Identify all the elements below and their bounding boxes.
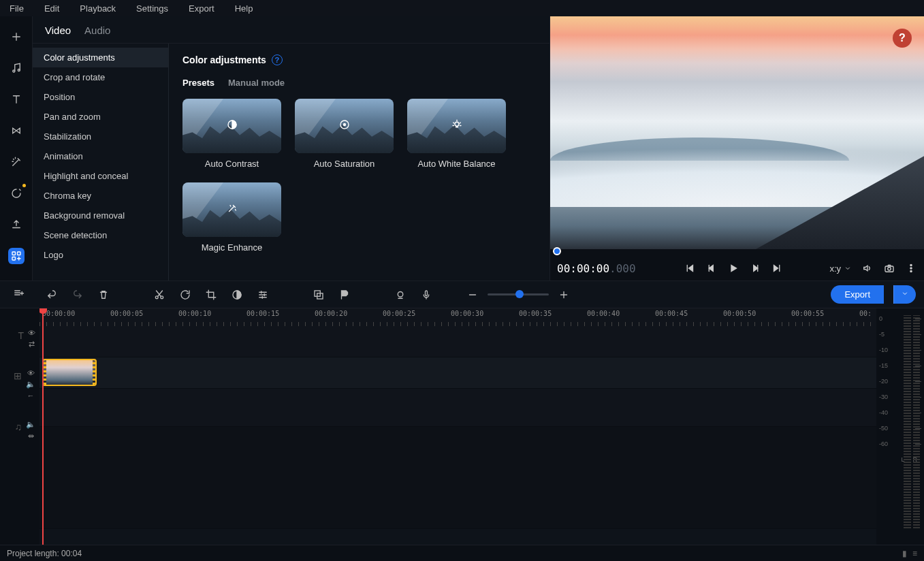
back-icon[interactable]: ← [27, 391, 35, 400]
sidebar-item-scene-detection[interactable]: Scene detection [33, 225, 168, 245]
menu-help[interactable]: Help [231, 2, 257, 15]
video-track[interactable] [39, 357, 876, 389]
panel-tabs: Video Audio [33, 16, 549, 44]
redo-icon[interactable] [69, 287, 86, 303]
next-frame-icon[interactable] [749, 262, 761, 274]
preset-label: Magic Enhance [202, 242, 263, 253]
sidebar-item-pan-zoom[interactable]: Pan and zoom [33, 107, 168, 127]
text-track-icon: T [18, 329, 24, 341]
video-clip[interactable] [42, 359, 97, 386]
cut-icon[interactable] [151, 287, 168, 303]
color-icon[interactable] [229, 287, 245, 303]
volume-icon[interactable] [861, 262, 874, 274]
undo-icon[interactable] [44, 287, 60, 303]
rotate-icon[interactable] [177, 287, 193, 303]
zoom-out-icon[interactable] [464, 287, 481, 303]
menu-file[interactable]: File [5, 2, 28, 15]
play-icon[interactable] [727, 262, 739, 274]
text-track[interactable] [39, 326, 876, 357]
unlink-icon[interactable]: ⇹ [28, 432, 34, 440]
magic-wand-icon[interactable] [8, 154, 25, 170]
export-icon[interactable] [8, 217, 25, 233]
sticker-icon[interactable] [8, 185, 25, 202]
menu-playback[interactable]: Playback [76, 2, 120, 15]
sidebar-item-logo[interactable]: Logo [33, 245, 168, 265]
transition-icon[interactable] [8, 123, 25, 139]
add-icon[interactable] [8, 29, 25, 45]
sidebar-item-chroma-key[interactable]: Chroma key [33, 186, 168, 206]
add-track-icon[interactable] [12, 287, 25, 301]
meter-label: -50 [879, 425, 888, 432]
sidebar-item-color-adjustments[interactable]: Color adjustments [33, 48, 168, 67]
preset-label: Auto Contrast [205, 159, 259, 169]
eye-icon[interactable]: 👁 [28, 329, 35, 337]
sound-icon[interactable]: 🔈 [26, 380, 35, 389]
delete-icon[interactable] [95, 287, 112, 303]
subtab-manual[interactable]: Manual mode [228, 78, 285, 88]
svg-point-1 [18, 69, 20, 71]
text-icon[interactable] [8, 91, 25, 108]
empty-track-area[interactable] [39, 427, 876, 529]
snapshot-icon[interactable] [883, 262, 895, 274]
marker-icon[interactable] [336, 287, 353, 303]
timeline-tracks[interactable]: 00:00:00 00:00:05 00:00:10 00:00:15 00:0… [39, 308, 876, 545]
eye-icon[interactable]: 👁 [27, 369, 35, 377]
preview-progress[interactable] [550, 249, 924, 256]
menu-settings[interactable]: Settings [132, 2, 172, 15]
svg-point-0 [12, 70, 14, 72]
menu-edit[interactable]: Edit [40, 2, 63, 15]
overlay-icon[interactable] [310, 287, 327, 303]
zoom-in-icon[interactable] [556, 287, 572, 303]
zoom-slider[interactable] [488, 293, 549, 295]
export-button[interactable]: Export [831, 285, 884, 304]
preset-auto-contrast[interactable]: Auto Contrast [182, 99, 281, 169]
project-length: Project length: 00:04 [7, 549, 82, 558]
left-toolbar [0, 16, 33, 280]
sidebar-item-highlight-conceal[interactable]: Highlight and conceal [33, 166, 168, 186]
preset-label: Auto Saturation [314, 159, 375, 169]
sidebar-item-animation[interactable]: Animation [33, 146, 168, 166]
preset-magic-enhance[interactable]: Magic Enhance [182, 182, 281, 253]
tab-audio[interactable]: Audio [84, 25, 110, 36]
record-mic-icon[interactable] [418, 287, 434, 303]
link-icon[interactable]: ⇄ [29, 340, 35, 349]
export-dropdown[interactable] [893, 285, 916, 304]
playhead[interactable] [42, 308, 44, 545]
sidebar-item-position[interactable]: Position [33, 87, 168, 107]
preset-auto-saturation[interactable]: Auto Saturation [295, 99, 394, 169]
aspect-ratio-button[interactable]: x:y [829, 262, 852, 274]
timeline-ruler[interactable]: 00:00:00 00:00:05 00:00:10 00:00:15 00:0… [39, 308, 876, 326]
ruler-tick: 00:00:25 [383, 310, 415, 317]
sidebar-item-crop-rotate[interactable]: Crop and rotate [33, 67, 168, 87]
prev-frame-icon[interactable] [705, 262, 718, 274]
zoom-knob[interactable] [515, 290, 524, 298]
menu-bar: File Edit Playback Settings Export Help [0, 0, 924, 16]
crop-icon[interactable] [203, 287, 219, 303]
wand-icon [226, 202, 238, 218]
skip-end-icon[interactable] [771, 262, 783, 274]
preset-auto-white-balance[interactable]: Auto White Balance [407, 99, 506, 169]
sidebar-item-stabilization[interactable]: Stabilization [33, 127, 168, 146]
meter-label: -60 [879, 440, 888, 447]
menu-export[interactable]: Export [185, 2, 219, 15]
more-icon[interactable] [905, 262, 917, 274]
svg-point-11 [910, 264, 912, 266]
record-screen-icon[interactable] [392, 287, 409, 303]
tab-video[interactable]: Video [45, 25, 71, 36]
subtab-presets[interactable]: Presets [182, 78, 214, 88]
view-mode-2-icon[interactable]: ≡ [912, 549, 917, 558]
audio-track[interactable] [39, 389, 876, 427]
view-mode-1-icon[interactable]: ▮ [902, 549, 907, 558]
more-tools-icon[interactable] [8, 248, 25, 264]
help-button[interactable]: ? [893, 29, 912, 48]
progress-handle[interactable] [553, 247, 561, 255]
sound-icon[interactable]: 🔈 [26, 420, 35, 429]
skip-start-icon[interactable] [684, 262, 696, 274]
meter-label: -30 [879, 394, 888, 400]
help-icon[interactable]: ? [272, 54, 283, 65]
sidebar-item-background-removal[interactable]: Background removal [33, 206, 168, 225]
music-icon[interactable] [8, 60, 25, 76]
meter-label: -10 [879, 347, 888, 353]
adjust-icon[interactable] [255, 287, 271, 303]
svg-rect-4 [12, 257, 16, 261]
